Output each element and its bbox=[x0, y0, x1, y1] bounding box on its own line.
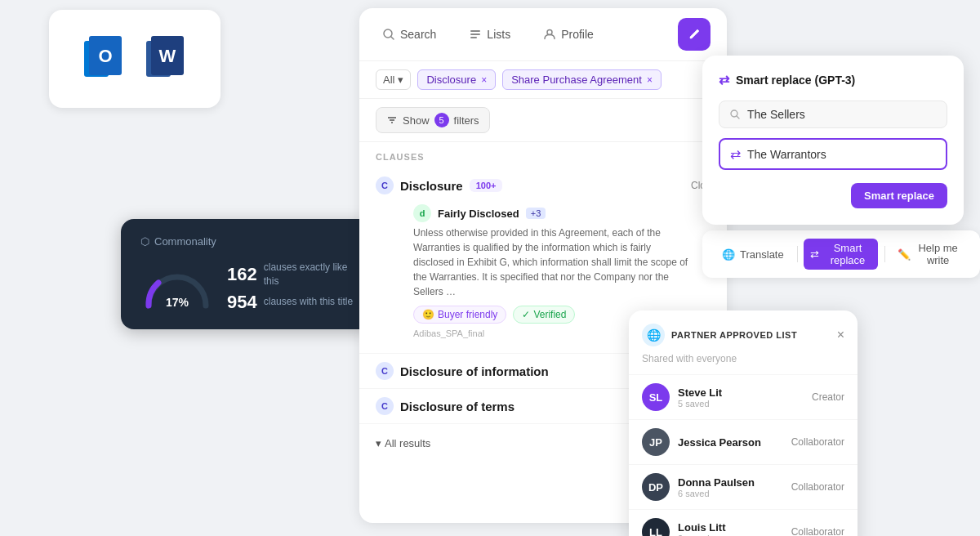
smart-replace-action-button[interactable]: Smart replace bbox=[851, 183, 947, 208]
pen-icon: ✏️ bbox=[898, 248, 911, 261]
toolbar-divider-2 bbox=[884, 246, 885, 262]
globe-icon: 🌐 bbox=[642, 324, 665, 346]
translate-icon: 🌐 bbox=[722, 248, 735, 261]
smart-replace-search-input[interactable] bbox=[747, 108, 937, 121]
clause-name-disclosure: Disclosure bbox=[400, 179, 463, 193]
search-button[interactable]: Search bbox=[376, 25, 443, 44]
partner-member-jessica: JP Jessica Pearson Collaborator bbox=[629, 419, 858, 464]
svg-point-11 bbox=[547, 30, 552, 35]
search-icon bbox=[382, 28, 395, 41]
partner-approved-popup: 🌐 PARTNER APPROVED LIST × Shared with ev… bbox=[629, 310, 858, 536]
commonality-title: ⬡ Commonality bbox=[140, 235, 354, 248]
svg-rect-9 bbox=[470, 34, 480, 35]
profile-icon bbox=[543, 28, 556, 41]
member-info-donna: Donna Paulsen 6 saved bbox=[678, 476, 783, 498]
member-info-jessica: Jessica Pearson bbox=[678, 436, 783, 449]
filter-icon bbox=[386, 114, 398, 126]
gauge-chart: 17% bbox=[140, 265, 214, 309]
sub-clause-badge-d: d bbox=[413, 204, 431, 222]
toolbar-divider bbox=[797, 246, 798, 262]
partner-list-title: PARTNER APPROVED LIST bbox=[671, 330, 797, 340]
bottom-toolbar: 🌐 Translate ⇄ Smart replace ✏️ Help me w… bbox=[702, 230, 980, 278]
filter-tag-close-spa[interactable]: × bbox=[647, 74, 653, 86]
outlook-icon: O bbox=[79, 33, 128, 85]
edit-icon bbox=[687, 27, 702, 42]
clause-name-disclosure-info: Disclosure of information bbox=[400, 364, 549, 378]
partner-close-button[interactable]: × bbox=[837, 328, 844, 342]
svg-line-17 bbox=[737, 116, 739, 118]
search-icon-popup bbox=[729, 109, 741, 120]
avatar-jessica: JP bbox=[642, 428, 670, 456]
member-name-donna: Donna Paulsen bbox=[678, 476, 783, 489]
member-role-louis: Collaborator bbox=[791, 526, 844, 536]
smiley-icon: 🙂 bbox=[422, 309, 434, 320]
member-name-steve: Steve Lit bbox=[678, 386, 804, 399]
title-count: 954 bbox=[227, 292, 257, 313]
partner-member-steve: SL Steve Lit 5 saved Creator bbox=[629, 374, 858, 419]
verified-tag: ✓ Verified bbox=[513, 306, 575, 324]
member-saved-louis: 2 saved bbox=[678, 534, 783, 537]
svg-text:O: O bbox=[98, 46, 112, 66]
smart-replace-title: ⇄ Smart replace (GPT-3) bbox=[719, 72, 947, 87]
clause-badge-c: C bbox=[376, 176, 394, 194]
profile-button[interactable]: Profile bbox=[537, 25, 600, 44]
title-desc: clauses with this title bbox=[264, 295, 353, 309]
filter-tag-spa: Share Purchase Agreement × bbox=[502, 69, 662, 90]
chevron-down-icon-results: ▾ bbox=[376, 437, 381, 449]
partner-header: 🌐 PARTNER APPROVED LIST × bbox=[629, 310, 858, 353]
member-saved-steve: 5 saved bbox=[678, 399, 804, 409]
exact-count: 162 bbox=[227, 264, 257, 285]
smart-replace-toolbar-icon: ⇄ bbox=[810, 248, 819, 261]
member-saved-donna: 6 saved bbox=[678, 489, 783, 498]
smart-replace-popup: ⇄ Smart replace (GPT-3) ⇄ Smart replace bbox=[702, 56, 964, 225]
smart-replace-replace-input[interactable] bbox=[747, 148, 936, 161]
partner-member-louis: LL Louis Litt 2 saved Collaborator bbox=[629, 509, 858, 536]
svg-rect-10 bbox=[470, 37, 477, 38]
smart-replace-toolbar-button[interactable]: ⇄ Smart replace bbox=[804, 239, 877, 270]
word-icon: W bbox=[141, 33, 190, 85]
avatar-louis: LL bbox=[642, 518, 670, 536]
clause-badge-c2: C bbox=[376, 362, 394, 380]
partner-shared-label: Shared with everyone bbox=[629, 353, 858, 374]
avatar-donna: DP bbox=[642, 473, 670, 501]
show-filters-row: Show 5 filters bbox=[359, 99, 727, 142]
smart-replace-replace-row: ⇄ bbox=[719, 138, 947, 170]
member-name-jessica: Jessica Pearson bbox=[678, 436, 783, 449]
clause-count-disclosure: 100+ bbox=[470, 179, 503, 192]
avatar-steve: SL bbox=[642, 383, 670, 411]
member-name-louis: Louis Litt bbox=[678, 521, 783, 534]
filter-tag-disclosure: Disclosure × bbox=[417, 69, 496, 90]
smart-replace-search-row bbox=[719, 100, 947, 128]
commonality-stats: 162 clauses exactly like this 954 clause… bbox=[227, 261, 354, 313]
filter-count-badge: 5 bbox=[434, 113, 449, 127]
translate-button[interactable]: 🌐 Translate bbox=[715, 245, 791, 264]
toolbar: Search Lists Profile bbox=[359, 8, 727, 61]
filter-all-button[interactable]: All ▾ bbox=[376, 69, 411, 90]
member-role-donna: Collaborator bbox=[791, 481, 844, 493]
filter-tag-close-disclosure[interactable]: × bbox=[481, 74, 487, 86]
edit-button[interactable] bbox=[678, 18, 710, 51]
lists-button[interactable]: Lists bbox=[462, 25, 517, 44]
show-filters-button[interactable]: Show 5 filters bbox=[376, 107, 490, 133]
member-role-jessica: Collaborator bbox=[791, 436, 844, 448]
exact-desc: clauses exactly like this bbox=[264, 261, 354, 288]
member-info-louis: Louis Litt 2 saved bbox=[678, 521, 783, 537]
replace-arrows-icon: ⇄ bbox=[730, 146, 741, 162]
chevron-down-icon: ▾ bbox=[398, 74, 403, 86]
sub-clause-more-tag: +3 bbox=[526, 208, 546, 219]
buyer-friendly-tag: 🙂 Buyer friendly bbox=[413, 306, 506, 324]
clause-badge-c3: C bbox=[376, 397, 394, 415]
clause-name-disclosure-terms: Disclosure of terms bbox=[400, 400, 514, 413]
check-icon: ✓ bbox=[522, 309, 530, 320]
filters-row: All ▾ Disclosure × Share Purchase Agreem… bbox=[359, 61, 727, 99]
gauge-percent: 17% bbox=[166, 296, 189, 309]
clauses-section-label: CLAUSES bbox=[359, 142, 727, 168]
svg-line-7 bbox=[391, 37, 394, 40]
sub-clause-name: Fairly Disclosed bbox=[438, 208, 519, 220]
help-me-write-button[interactable]: ✏️ Help me write bbox=[891, 239, 967, 270]
smart-replace-icon: ⇄ bbox=[719, 72, 729, 87]
office-icons-card: O W bbox=[49, 10, 220, 108]
svg-rect-8 bbox=[470, 30, 480, 32]
member-info-steve: Steve Lit 5 saved bbox=[678, 386, 804, 409]
partner-member-donna: DP Donna Paulsen 6 saved Collaborator bbox=[629, 464, 858, 509]
